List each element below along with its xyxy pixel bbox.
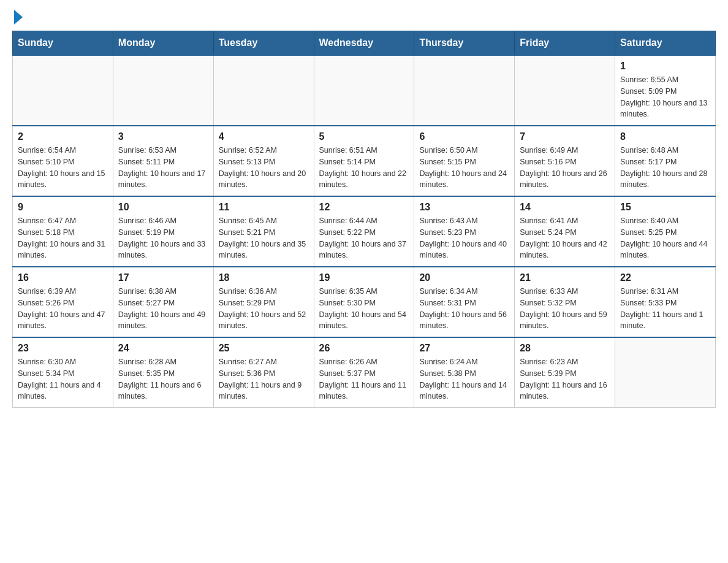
calendar-cell: 24Sunrise: 6:28 AM Sunset: 5:35 PM Dayli… — [113, 337, 213, 408]
day-number: 25 — [219, 343, 309, 354]
calendar-cell — [414, 55, 515, 126]
calendar-cell: 6Sunrise: 6:50 AM Sunset: 5:15 PM Daylig… — [414, 126, 515, 196]
calendar-cell: 23Sunrise: 6:30 AM Sunset: 5:34 PM Dayli… — [13, 337, 113, 408]
day-info: Sunrise: 6:47 AM Sunset: 5:18 PM Dayligh… — [18, 215, 108, 261]
day-info: Sunrise: 6:50 AM Sunset: 5:15 PM Dayligh… — [419, 145, 509, 191]
day-info: Sunrise: 6:40 AM Sunset: 5:25 PM Dayligh… — [620, 215, 710, 261]
week-row-2: 2Sunrise: 6:54 AM Sunset: 5:10 PM Daylig… — [13, 126, 716, 196]
calendar-cell: 28Sunrise: 6:23 AM Sunset: 5:39 PM Dayli… — [515, 337, 615, 408]
day-number: 10 — [118, 202, 208, 213]
day-info: Sunrise: 6:33 AM Sunset: 5:32 PM Dayligh… — [520, 286, 610, 332]
day-number: 6 — [419, 131, 509, 142]
calendar-cell: 22Sunrise: 6:31 AM Sunset: 5:33 PM Dayli… — [615, 267, 716, 337]
day-number: 14 — [520, 202, 610, 213]
day-number: 22 — [620, 272, 710, 283]
calendar-cell — [515, 55, 615, 126]
day-number: 16 — [18, 272, 108, 283]
calendar-cell — [314, 55, 414, 126]
calendar-cell: 18Sunrise: 6:36 AM Sunset: 5:29 PM Dayli… — [213, 267, 314, 337]
day-number: 23 — [18, 343, 108, 354]
logo-arrow-icon — [14, 10, 23, 25]
calendar-cell: 19Sunrise: 6:35 AM Sunset: 5:30 PM Dayli… — [314, 267, 414, 337]
calendar-cell — [615, 337, 716, 408]
day-number: 27 — [419, 343, 509, 354]
day-info: Sunrise: 6:30 AM Sunset: 5:34 PM Dayligh… — [18, 356, 108, 402]
day-info: Sunrise: 6:46 AM Sunset: 5:19 PM Dayligh… — [118, 215, 208, 261]
calendar-cell: 17Sunrise: 6:38 AM Sunset: 5:27 PM Dayli… — [113, 267, 213, 337]
column-header-wednesday: Wednesday — [314, 31, 414, 56]
day-number: 24 — [118, 343, 208, 354]
week-row-4: 16Sunrise: 6:39 AM Sunset: 5:26 PM Dayli… — [13, 267, 716, 337]
day-info: Sunrise: 6:36 AM Sunset: 5:29 PM Dayligh… — [219, 286, 309, 332]
week-row-1: 1Sunrise: 6:55 AM Sunset: 5:09 PM Daylig… — [13, 55, 716, 126]
column-header-saturday: Saturday — [615, 31, 716, 56]
calendar-cell: 7Sunrise: 6:49 AM Sunset: 5:16 PM Daylig… — [515, 126, 615, 196]
calendar-cell — [213, 55, 314, 126]
calendar-cell: 9Sunrise: 6:47 AM Sunset: 5:18 PM Daylig… — [13, 196, 113, 267]
day-number: 20 — [419, 272, 509, 283]
calendar-cell: 16Sunrise: 6:39 AM Sunset: 5:26 PM Dayli… — [13, 267, 113, 337]
day-number: 11 — [219, 202, 309, 213]
calendar-cell: 8Sunrise: 6:48 AM Sunset: 5:17 PM Daylig… — [615, 126, 716, 196]
day-info: Sunrise: 6:55 AM Sunset: 5:09 PM Dayligh… — [620, 74, 710, 120]
day-info: Sunrise: 6:23 AM Sunset: 5:39 PM Dayligh… — [520, 356, 610, 402]
day-info: Sunrise: 6:24 AM Sunset: 5:38 PM Dayligh… — [419, 356, 509, 402]
calendar-cell: 27Sunrise: 6:24 AM Sunset: 5:38 PM Dayli… — [414, 337, 515, 408]
day-info: Sunrise: 6:49 AM Sunset: 5:16 PM Dayligh… — [520, 145, 610, 191]
day-number: 7 — [520, 131, 610, 142]
column-header-thursday: Thursday — [414, 31, 515, 56]
calendar-cell: 13Sunrise: 6:43 AM Sunset: 5:23 PM Dayli… — [414, 196, 515, 267]
day-info: Sunrise: 6:41 AM Sunset: 5:24 PM Dayligh… — [520, 215, 610, 261]
calendar-cell: 10Sunrise: 6:46 AM Sunset: 5:19 PM Dayli… — [113, 196, 213, 267]
day-info: Sunrise: 6:44 AM Sunset: 5:22 PM Dayligh… — [319, 215, 409, 261]
day-info: Sunrise: 6:27 AM Sunset: 5:36 PM Dayligh… — [219, 356, 309, 402]
calendar-cell: 12Sunrise: 6:44 AM Sunset: 5:22 PM Dayli… — [314, 196, 414, 267]
day-number: 3 — [118, 131, 208, 142]
column-header-tuesday: Tuesday — [213, 31, 314, 56]
calendar-cell — [13, 55, 113, 126]
day-info: Sunrise: 6:31 AM Sunset: 5:33 PM Dayligh… — [620, 286, 710, 332]
calendar-cell: 14Sunrise: 6:41 AM Sunset: 5:24 PM Dayli… — [515, 196, 615, 267]
calendar-cell: 4Sunrise: 6:52 AM Sunset: 5:13 PM Daylig… — [213, 126, 314, 196]
week-row-5: 23Sunrise: 6:30 AM Sunset: 5:34 PM Dayli… — [13, 337, 716, 408]
calendar-cell: 2Sunrise: 6:54 AM Sunset: 5:10 PM Daylig… — [13, 126, 113, 196]
day-info: Sunrise: 6:28 AM Sunset: 5:35 PM Dayligh… — [118, 356, 208, 402]
week-row-3: 9Sunrise: 6:47 AM Sunset: 5:18 PM Daylig… — [13, 196, 716, 267]
day-number: 9 — [18, 202, 108, 213]
calendar-cell: 20Sunrise: 6:34 AM Sunset: 5:31 PM Dayli… — [414, 267, 515, 337]
day-info: Sunrise: 6:38 AM Sunset: 5:27 PM Dayligh… — [118, 286, 208, 332]
day-number: 5 — [319, 131, 409, 142]
day-number: 19 — [319, 272, 409, 283]
day-info: Sunrise: 6:48 AM Sunset: 5:17 PM Dayligh… — [620, 145, 710, 191]
calendar-cell: 11Sunrise: 6:45 AM Sunset: 5:21 PM Dayli… — [213, 196, 314, 267]
day-info: Sunrise: 6:52 AM Sunset: 5:13 PM Dayligh… — [219, 145, 309, 191]
page-header — [12, 12, 716, 25]
day-number: 2 — [18, 131, 108, 142]
day-number: 18 — [219, 272, 309, 283]
day-info: Sunrise: 6:35 AM Sunset: 5:30 PM Dayligh… — [319, 286, 409, 332]
logo — [12, 12, 23, 25]
day-info: Sunrise: 6:43 AM Sunset: 5:23 PM Dayligh… — [419, 215, 509, 261]
calendar-header-row: SundayMondayTuesdayWednesdayThursdayFrid… — [13, 31, 716, 56]
calendar-cell: 3Sunrise: 6:53 AM Sunset: 5:11 PM Daylig… — [113, 126, 213, 196]
column-header-monday: Monday — [113, 31, 213, 56]
day-info: Sunrise: 6:45 AM Sunset: 5:21 PM Dayligh… — [219, 215, 309, 261]
day-info: Sunrise: 6:51 AM Sunset: 5:14 PM Dayligh… — [319, 145, 409, 191]
day-info: Sunrise: 6:39 AM Sunset: 5:26 PM Dayligh… — [18, 286, 108, 332]
day-number: 12 — [319, 202, 409, 213]
day-number: 28 — [520, 343, 610, 354]
day-number: 13 — [419, 202, 509, 213]
day-info: Sunrise: 6:53 AM Sunset: 5:11 PM Dayligh… — [118, 145, 208, 191]
calendar-cell: 26Sunrise: 6:26 AM Sunset: 5:37 PM Dayli… — [314, 337, 414, 408]
calendar-cell: 1Sunrise: 6:55 AM Sunset: 5:09 PM Daylig… — [615, 55, 716, 126]
day-number: 17 — [118, 272, 208, 283]
calendar-cell: 15Sunrise: 6:40 AM Sunset: 5:25 PM Dayli… — [615, 196, 716, 267]
column-header-friday: Friday — [515, 31, 615, 56]
day-info: Sunrise: 6:34 AM Sunset: 5:31 PM Dayligh… — [419, 286, 509, 332]
day-number: 15 — [620, 202, 710, 213]
calendar-cell: 5Sunrise: 6:51 AM Sunset: 5:14 PM Daylig… — [314, 126, 414, 196]
day-number: 4 — [219, 131, 309, 142]
day-info: Sunrise: 6:26 AM Sunset: 5:37 PM Dayligh… — [319, 356, 409, 402]
day-number: 8 — [620, 131, 710, 142]
calendar-table: SundayMondayTuesdayWednesdayThursdayFrid… — [12, 31, 716, 408]
